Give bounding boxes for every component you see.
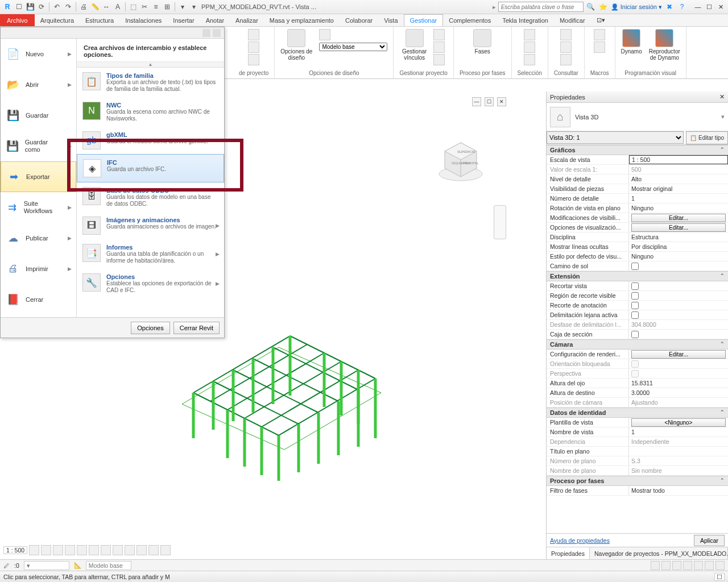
drag-elements-icon[interactable] — [694, 561, 703, 570]
prop-lineas-ocultas[interactable]: Por disciplina — [629, 242, 728, 251]
file-save[interactable]: 💾Guardar — [1, 100, 76, 131]
selection-icon[interactable] — [524, 41, 535, 53]
close-panel-icon[interactable]: ✕ — [719, 93, 725, 101]
file-publish[interactable]: ☁Publicar▶ — [1, 223, 76, 253]
temp-hide-icon[interactable] — [125, 545, 135, 555]
inquiry-icon[interactable] — [560, 29, 572, 40]
select-links-icon[interactable] — [651, 561, 660, 570]
properties-grid[interactable]: Gráficos⌃ Escala de vista1 : 500 Valor d… — [547, 145, 728, 533]
dropdown-icon[interactable]: ▾ — [189, 2, 199, 12]
exchange-icon[interactable]: ✖ — [664, 2, 675, 12]
file-close[interactable]: 📕Cerrar — [1, 284, 76, 315]
prop-region-recorte-checkbox[interactable] — [631, 292, 639, 300]
collapse-icon[interactable]: ⌃ — [720, 477, 725, 484]
export-nwc[interactable]: NNWCGuarda la escena como archivo NWC de… — [77, 97, 224, 127]
macro-icon[interactable] — [594, 29, 605, 40]
macro-icon[interactable] — [594, 41, 605, 53]
manage-links-button[interactable]: Gestionar vínculos — [402, 29, 427, 61]
tab-modificar[interactable]: Modificar — [554, 14, 591, 26]
close-button[interactable]: ✕ — [715, 2, 726, 11]
prop-estilo-defecto[interactable]: Ninguno — [629, 252, 728, 261]
prop-camino-sol-checkbox[interactable] — [631, 263, 639, 270]
file-saveas[interactable]: 💾Guardar como▶ — [1, 131, 76, 161]
export-options[interactable]: 🔧OpcionesEstablece las opciones de expor… — [77, 269, 224, 298]
options-button[interactable]: Opciones — [131, 322, 169, 334]
signin-link[interactable]: 👤 Iniciar sesión ▾ — [611, 3, 662, 11]
export-gbxml[interactable]: gbgbXMLGuarda el modelo como archivo gbX… — [77, 127, 224, 154]
background-processes-icon[interactable] — [715, 561, 725, 570]
tab-estructura[interactable]: Estructura — [80, 14, 119, 26]
select-pinned-icon[interactable] — [672, 561, 681, 570]
prop-opc-visual-button[interactable]: Editar... — [631, 223, 726, 232]
export-family-types[interactable]: 📋Tipos de familiaExporta a un archivo de… — [77, 68, 224, 97]
sun-path-icon[interactable] — [53, 545, 63, 555]
tab-insertar[interactable]: Insertar — [167, 14, 200, 26]
thin-lines-icon[interactable]: ≡ — [151, 2, 161, 12]
collapse-icon[interactable]: ⌃ — [720, 341, 725, 348]
view-max-icon[interactable]: ☐ — [485, 97, 494, 106]
shadows-icon[interactable] — [65, 545, 75, 555]
minimize-button[interactable]: ― — [693, 2, 703, 11]
view-cube[interactable]: IZQUIERDA FRONTAL SUPERIOR — [432, 131, 489, 188]
instance-selector[interactable]: Vista 3D: 1 — [547, 131, 684, 144]
tab-colaborar[interactable]: Colaborar — [340, 14, 378, 26]
collapse-icon[interactable]: ⌃ — [720, 273, 725, 280]
export-ifc[interactable]: ◈IFCGuarda un archivo IFC. — [77, 154, 224, 182]
dynamo-player-button[interactable]: Reproductor de Dynamo — [649, 29, 680, 61]
design-option-combo[interactable]: Modelo base — [319, 43, 387, 51]
manage-images-icon[interactable] — [433, 29, 445, 40]
tab-masa[interactable]: Masa y emplazamiento — [264, 14, 340, 26]
prop-config-render-button[interactable]: Editar... — [631, 350, 726, 359]
apply-button[interactable]: Aplicar — [694, 535, 725, 546]
tab-complementos[interactable]: Complementos — [443, 14, 497, 26]
prop-escala-vista[interactable]: 1 : 500 — [629, 155, 728, 164]
tab-gestionar[interactable]: Gestionar — [404, 14, 444, 26]
tab-instalaciones[interactable]: Instalaciones — [119, 14, 167, 26]
worksharing-icon[interactable] — [148, 545, 159, 555]
view-close-icon[interactable]: ✕ — [497, 97, 506, 106]
export-odbc[interactable]: 🗄Base de datos ODBCGuarda los datos de m… — [77, 182, 224, 212]
collapse-icon[interactable]: ⌃ — [720, 147, 725, 153]
export-images[interactable]: 🎞Imágenes y animacionesGuarda animacione… — [77, 212, 224, 239]
collapse-icon[interactable]: ⌃ — [720, 409, 725, 416]
file-new[interactable]: 📄Nuevo▶ — [1, 39, 76, 69]
prop-mod-visib-button[interactable]: Editar... — [631, 214, 726, 222]
starting-view-icon[interactable] — [433, 54, 445, 65]
filter-icon[interactable] — [705, 561, 714, 570]
selection-icon[interactable] — [524, 54, 535, 65]
properties-tab[interactable]: Propiedades — [547, 547, 590, 559]
prop-disciplina[interactable]: Estructura — [629, 232, 728, 242]
visual-style-icon[interactable] — [41, 545, 51, 555]
prop-delim-lejana-checkbox[interactable] — [631, 311, 639, 319]
prop-nombre-vista[interactable]: 1 — [629, 427, 728, 436]
prop-plantilla-button[interactable]: <Ninguno> — [631, 418, 726, 427]
reveal-hidden-icon[interactable] — [136, 545, 147, 555]
recent-docs-icon[interactable] — [202, 29, 210, 37]
ribbon-expand-icon[interactable]: ⊡▾ — [591, 14, 611, 26]
scroll-up-icon[interactable]: ▲ — [77, 62, 224, 68]
section-icon[interactable]: ✂ — [139, 2, 150, 12]
redo-icon[interactable]: ↷ — [63, 2, 73, 12]
active-workset-combo[interactable]: ▾ — [24, 561, 69, 570]
design-options-button[interactable]: Opciones de diseño — [280, 29, 312, 61]
settings-small-icon[interactable] — [248, 29, 259, 40]
recent-docs-icon[interactable] — [213, 29, 221, 37]
tab-vista[interactable]: Vista — [378, 14, 403, 26]
inquiry-icon[interactable] — [560, 54, 572, 65]
tab-analizar[interactable]: Analizar — [230, 14, 264, 26]
prop-num-detalle[interactable]: 1 — [629, 194, 728, 203]
pick-main-icon[interactable] — [319, 29, 330, 40]
open-icon[interactable]: ☐ — [14, 2, 24, 12]
file-suite-workflows[interactable]: ⇉Suite Workflows▶ — [1, 192, 76, 223]
export-reports[interactable]: 📑InformesGuarda una tabla de planificaci… — [77, 239, 224, 269]
select-underlay-icon[interactable] — [661, 561, 671, 570]
decal-types-icon[interactable] — [433, 41, 445, 53]
settings-small-icon[interactable] — [248, 54, 259, 65]
tab-tekla[interactable]: Tekla Integration — [497, 14, 554, 26]
prop-filtro-fases[interactable]: Mostrar todo — [629, 486, 728, 495]
view-min-icon[interactable]: ― — [472, 97, 481, 106]
detail-level-icon[interactable] — [29, 545, 39, 555]
dimension-icon[interactable]: ↔ — [101, 2, 111, 12]
prop-visib-piezas[interactable]: Mostrar original — [629, 184, 728, 193]
phases-button[interactable]: Fases — [473, 29, 491, 55]
